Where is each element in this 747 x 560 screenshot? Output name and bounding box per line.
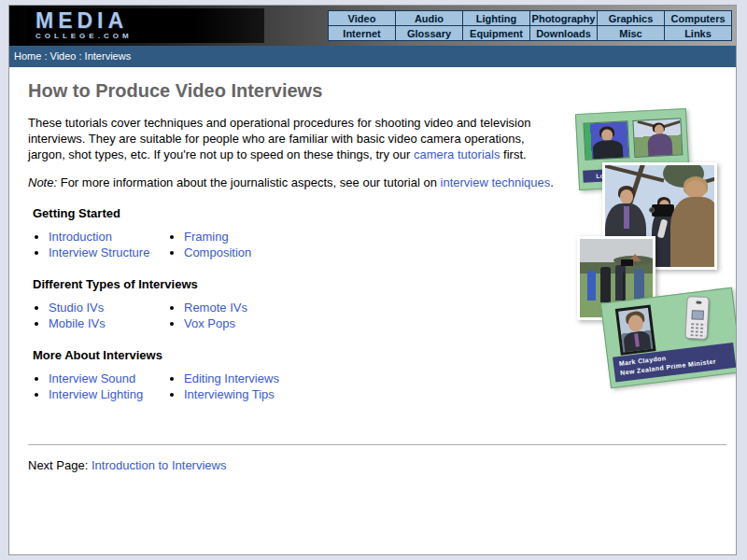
studio-ivs-link[interactable]: Studio IVs — [49, 301, 104, 315]
sweater-man-body-shape — [670, 197, 717, 270]
video-camera-icon — [652, 204, 674, 217]
nav-item-computers[interactable]: Computers — [665, 11, 732, 26]
nav-item-photography[interactable]: Photography — [530, 11, 598, 26]
flip-phone-icon — [684, 296, 709, 340]
nav-item-audio[interactable]: Audio — [396, 11, 463, 26]
framing-link[interactable]: Framing — [184, 230, 229, 244]
nav-item-graphics[interactable]: Graphics — [598, 11, 665, 26]
phone-earpiece-shape — [696, 301, 701, 303]
page-container: MEDIA COLLEGE.COM Video Audio Lighting P… — [8, 5, 737, 555]
interview-sound-link[interactable]: Interview Sound — [49, 371, 135, 385]
nav-item-links[interactable]: Links — [665, 26, 732, 41]
nav-item-misc[interactable]: Misc — [598, 26, 665, 41]
reporter-body-shape — [647, 133, 672, 158]
main-nav: Video Audio Lighting Photography Graphic… — [328, 10, 732, 41]
sweater-man-head-shape — [685, 180, 706, 199]
list-item: Vox Pops — [184, 316, 303, 331]
list-item: Composition — [184, 245, 303, 260]
note-paragraph: Note: For more information about the jou… — [28, 175, 558, 190]
remote-ivs-link[interactable]: Remote IVs — [184, 301, 247, 315]
nav-row-1: Video Audio Lighting Photography Graphic… — [329, 11, 732, 26]
site-logo[interactable]: MEDIA COLLEGE.COM — [26, 8, 264, 43]
note-label: Note: — [28, 175, 57, 189]
nav-item-downloads[interactable]: Downloads — [530, 26, 598, 41]
logo-media-text: MEDIA — [35, 10, 264, 31]
camera-lens-shape — [649, 207, 655, 213]
vox-pops-link[interactable]: Vox Pops — [184, 316, 235, 330]
camera-on-tripod-icon — [621, 259, 633, 266]
nav-item-glossary[interactable]: Glossary — [396, 26, 463, 41]
list-item: Introduction — [49, 230, 168, 245]
introduction-link[interactable]: Introduction — [49, 230, 112, 244]
link-list-col2: Remote IVs Vox Pops — [168, 300, 303, 332]
nav-item-video[interactable]: Video — [329, 11, 396, 26]
next-page-link[interactable]: Introduction to Interviews — [92, 458, 227, 472]
link-list-col2: Editing Interviews Interviewing Tips — [168, 371, 303, 403]
next-page-label: Next Page: — [28, 458, 92, 472]
page-title: How to Produce Video Interviews — [28, 80, 736, 102]
next-page-line: Next Page: Introduction to Interviews — [28, 458, 736, 472]
list-item: Interview Sound — [49, 371, 168, 386]
intro-paragraph: These tutorials cover techniques and ope… — [28, 115, 558, 162]
studio-presenter-still — [583, 120, 629, 160]
interview-structure-link[interactable]: Interview Structure — [49, 245, 149, 259]
interviewee-head-shape — [620, 189, 633, 204]
person-blue-tracksuit-shape — [587, 271, 596, 301]
interview-lighting-link[interactable]: Interview Lighting — [49, 387, 143, 401]
list-item: Interviewing Tips — [184, 387, 303, 402]
list-item: Studio IVs — [49, 301, 168, 315]
mobile-ivs-link[interactable]: Mobile IVs — [49, 316, 106, 330]
list-item: Remote IVs — [184, 301, 303, 315]
phone-interview-card-image: Mark Claydon New Zealand Prime Minister — [600, 287, 737, 389]
link-list-col1: Studio IVs Mobile IVs — [33, 300, 168, 332]
breadcrumb[interactable]: Home : Video : Interviews — [9, 46, 736, 67]
note-text-1: For more information about the journalis… — [57, 175, 440, 189]
content-divider — [28, 444, 726, 445]
editing-interviews-link[interactable]: Editing Interviews — [184, 371, 279, 385]
camera-tutorials-link[interactable]: camera tutorials — [414, 147, 500, 161]
tripod-leg-shape — [623, 273, 625, 301]
site-header: MEDIA COLLEGE.COM Video Audio Lighting P… — [9, 6, 736, 46]
tree-branch-shape — [602, 163, 664, 183]
link-list-col1: Introduction Interview Structure — [33, 229, 168, 261]
link-list-col1: Interview Sound Interview Lighting — [33, 371, 168, 403]
guest-portrait — [615, 304, 656, 355]
logo-college-text: COLLEGE.COM — [35, 32, 264, 40]
link-list-col2: Framing Composition — [168, 229, 303, 261]
phone-keypad-shape — [690, 322, 706, 337]
intro-text-2: first. — [500, 147, 526, 161]
tutorial-image-collage: London Auckland — [570, 104, 737, 388]
interviewing-tips-link[interactable]: Interviewing Tips — [184, 387, 275, 401]
interviewee-tie-shape — [624, 206, 629, 229]
field-reporter-still — [632, 118, 683, 158]
presenter-body-shape — [592, 140, 623, 161]
composition-link[interactable]: Composition — [184, 245, 251, 259]
list-item: Editing Interviews — [184, 371, 303, 386]
list-item: Interview Lighting — [49, 387, 168, 402]
phone-screen-shape — [691, 310, 704, 320]
list-item: Framing — [184, 230, 303, 245]
interview-techniques-link[interactable]: interview techniques — [441, 175, 551, 189]
nav-item-equipment[interactable]: Equipment — [463, 26, 530, 41]
list-item: Mobile IVs — [49, 316, 168, 331]
person-dark-suit-shape — [600, 267, 611, 302]
list-item: Interview Structure — [49, 245, 168, 260]
nav-item-lighting[interactable]: Lighting — [463, 11, 530, 26]
note-text-2: . — [550, 175, 554, 189]
nav-item-internet[interactable]: Internet — [329, 26, 396, 41]
nav-row-2: Internet Glossary Equipment Downloads Mi… — [329, 26, 732, 41]
